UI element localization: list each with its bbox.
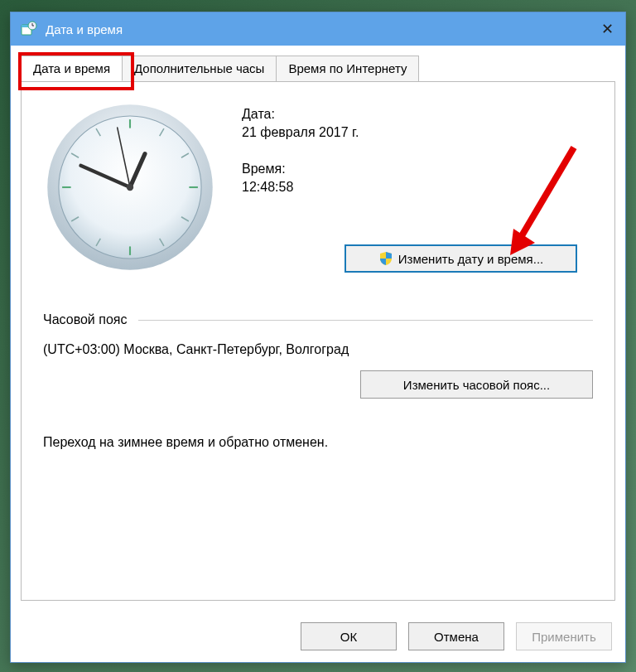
- date-label: Дата:: [242, 107, 359, 122]
- change-timezone-label: Изменить часовой пояс...: [403, 378, 550, 392]
- titlebar[interactable]: Дата и время ✕: [11, 12, 625, 46]
- annotation-arrow-icon: [495, 143, 586, 259]
- timezone-section-label: Часовой пояс: [43, 312, 127, 327]
- date-time-icon: [21, 21, 37, 37]
- shield-icon: [378, 251, 393, 266]
- dst-info-text: Переход на зимнее время и обратно отмене…: [43, 435, 593, 450]
- time-value: 12:48:58: [242, 180, 359, 195]
- close-button[interactable]: ✕: [589, 12, 625, 46]
- cancel-button[interactable]: Отмена: [408, 622, 504, 650]
- change-date-time-button[interactable]: Изменить дату и время...: [344, 244, 577, 273]
- dialog-buttons: ОК Отмена Применить: [11, 611, 625, 662]
- tab-strip: Дата и время Дополнительные часы Время п…: [11, 46, 625, 81]
- apply-button: Применить: [516, 622, 612, 650]
- analog-clock: [43, 100, 217, 274]
- ok-button[interactable]: ОК: [301, 622, 397, 650]
- tab-additional-clocks[interactable]: Дополнительные часы: [123, 56, 277, 81]
- date-time-dialog: Дата и время ✕ Дата и время Дополнительн…: [10, 12, 626, 663]
- timezone-value: (UTC+03:00) Москва, Санкт-Петербург, Вол…: [43, 342, 593, 357]
- tab-internet-time[interactable]: Время по Интернету: [277, 56, 419, 81]
- tab-date-time[interactable]: Дата и время: [21, 56, 123, 81]
- tab-panel: Дата: 21 февраля 2017 г. Время: 12:48:58…: [21, 81, 615, 601]
- change-timezone-button[interactable]: Изменить часовой пояс...: [360, 370, 593, 399]
- date-value: 21 февраля 2017 г.: [242, 125, 359, 140]
- svg-point-22: [127, 184, 133, 191]
- window-title: Дата и время: [46, 22, 589, 36]
- change-date-time-label: Изменить дату и время...: [398, 252, 543, 266]
- separator-line: [138, 320, 593, 321]
- time-label: Время:: [242, 162, 359, 176]
